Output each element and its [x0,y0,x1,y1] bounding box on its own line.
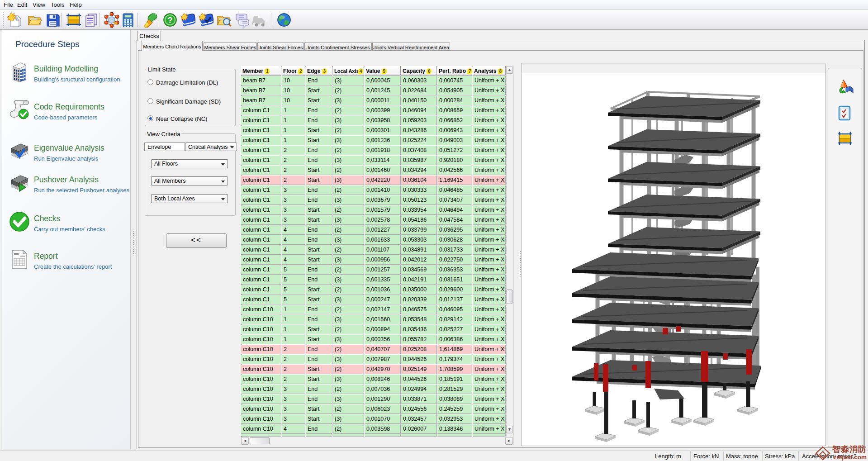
svg-text:?: ? [167,15,173,25]
